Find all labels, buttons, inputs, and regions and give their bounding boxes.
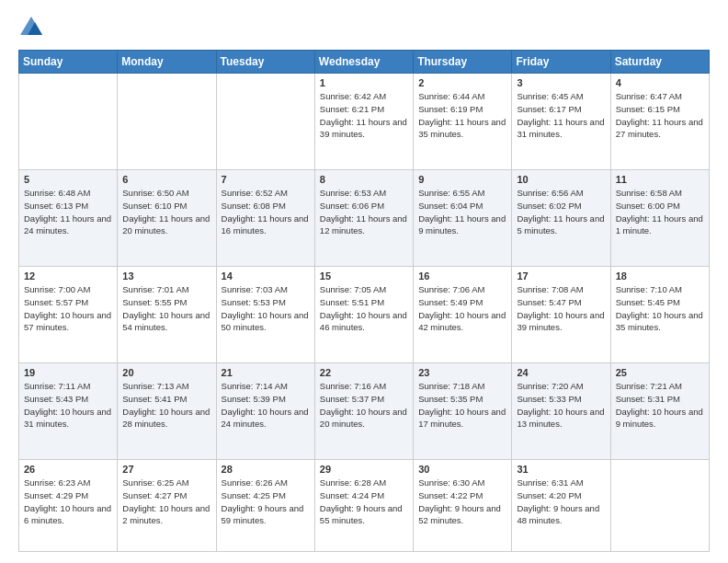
calendar-cell <box>216 74 314 170</box>
calendar-cell: 21Sunrise: 7:14 AM Sunset: 5:39 PM Dayli… <box>216 363 314 460</box>
week-row-5: 26Sunrise: 6:23 AM Sunset: 4:29 PM Dayli… <box>19 460 710 552</box>
calendar-cell: 7Sunrise: 6:52 AM Sunset: 6:08 PM Daylig… <box>216 170 314 267</box>
calendar-cell: 11Sunrise: 6:58 AM Sunset: 6:00 PM Dayli… <box>610 170 709 267</box>
day-info: Sunrise: 7:00 AM Sunset: 5:57 PM Dayligh… <box>24 283 112 334</box>
day-number: 12 <box>24 270 112 282</box>
weekday-header-thursday: Thursday <box>414 51 512 74</box>
day-info: Sunrise: 6:53 AM Sunset: 6:06 PM Dayligh… <box>320 187 408 237</box>
day-number: 7 <box>222 174 310 185</box>
day-number: 15 <box>320 270 408 282</box>
day-number: 4 <box>616 77 704 88</box>
logo-icon <box>18 15 44 40</box>
calendar-cell: 28Sunrise: 6:26 AM Sunset: 4:25 PM Dayli… <box>216 460 314 552</box>
day-number: 17 <box>517 270 605 282</box>
week-row-4: 19Sunrise: 7:11 AM Sunset: 5:43 PM Dayli… <box>19 363 710 460</box>
day-info: Sunrise: 7:05 AM Sunset: 5:51 PM Dayligh… <box>320 283 408 334</box>
day-info: Sunrise: 6:28 AM Sunset: 4:24 PM Dayligh… <box>320 477 408 527</box>
day-number: 5 <box>24 174 112 185</box>
day-number: 18 <box>616 270 704 282</box>
week-row-2: 5Sunrise: 6:48 AM Sunset: 6:13 PM Daylig… <box>19 170 710 267</box>
calendar-cell: 17Sunrise: 7:08 AM Sunset: 5:47 PM Dayli… <box>512 267 610 363</box>
calendar-cell: 12Sunrise: 7:00 AM Sunset: 5:57 PM Dayli… <box>19 267 118 363</box>
day-info: Sunrise: 7:11 AM Sunset: 5:43 PM Dayligh… <box>24 380 112 431</box>
day-info: Sunrise: 6:42 AM Sunset: 6:21 PM Dayligh… <box>320 90 408 141</box>
day-number: 26 <box>24 464 112 475</box>
day-number: 29 <box>320 464 408 475</box>
day-number: 24 <box>517 367 605 378</box>
day-number: 6 <box>122 174 210 185</box>
calendar-cell: 9Sunrise: 6:55 AM Sunset: 6:04 PM Daylig… <box>414 170 512 267</box>
day-info: Sunrise: 7:06 AM Sunset: 5:49 PM Dayligh… <box>418 283 506 334</box>
weekday-header-sunday: Sunday <box>19 51 118 74</box>
day-number: 23 <box>418 367 506 378</box>
calendar-cell: 14Sunrise: 7:03 AM Sunset: 5:53 PM Dayli… <box>216 267 314 363</box>
week-row-3: 12Sunrise: 7:00 AM Sunset: 5:57 PM Dayli… <box>19 267 710 363</box>
calendar-cell: 22Sunrise: 7:16 AM Sunset: 5:37 PM Dayli… <box>314 363 413 460</box>
day-info: Sunrise: 7:13 AM Sunset: 5:41 PM Dayligh… <box>122 380 210 431</box>
day-number: 25 <box>616 367 704 378</box>
calendar-cell: 19Sunrise: 7:11 AM Sunset: 5:43 PM Dayli… <box>19 363 118 460</box>
weekday-header-row: SundayMondayTuesdayWednesdayThursdayFrid… <box>19 51 710 74</box>
calendar-cell: 8Sunrise: 6:53 AM Sunset: 6:06 PM Daylig… <box>314 170 413 267</box>
calendar-cell: 2Sunrise: 6:44 AM Sunset: 6:19 PM Daylig… <box>414 74 512 170</box>
day-info: Sunrise: 6:55 AM Sunset: 6:04 PM Dayligh… <box>418 187 506 237</box>
calendar-cell: 6Sunrise: 6:50 AM Sunset: 6:10 PM Daylig… <box>118 170 216 267</box>
calendar-cell <box>118 74 216 170</box>
calendar-cell: 15Sunrise: 7:05 AM Sunset: 5:51 PM Dayli… <box>314 267 413 363</box>
calendar-table: SundayMondayTuesdayWednesdayThursdayFrid… <box>18 50 710 552</box>
weekday-header-tuesday: Tuesday <box>216 51 314 74</box>
day-info: Sunrise: 6:44 AM Sunset: 6:19 PM Dayligh… <box>418 90 506 141</box>
calendar-cell: 3Sunrise: 6:45 AM Sunset: 6:17 PM Daylig… <box>512 74 610 170</box>
logo <box>18 15 48 40</box>
calendar-cell: 23Sunrise: 7:18 AM Sunset: 5:35 PM Dayli… <box>414 363 512 460</box>
day-info: Sunrise: 6:48 AM Sunset: 6:13 PM Dayligh… <box>24 187 112 237</box>
calendar-cell: 27Sunrise: 6:25 AM Sunset: 4:27 PM Dayli… <box>118 460 216 552</box>
day-info: Sunrise: 6:50 AM Sunset: 6:10 PM Dayligh… <box>122 187 210 237</box>
calendar-cell: 31Sunrise: 6:31 AM Sunset: 4:20 PM Dayli… <box>512 460 610 552</box>
day-number: 19 <box>24 367 112 378</box>
calendar-cell: 18Sunrise: 7:10 AM Sunset: 5:45 PM Dayli… <box>610 267 709 363</box>
day-info: Sunrise: 6:25 AM Sunset: 4:27 PM Dayligh… <box>122 477 210 527</box>
day-info: Sunrise: 6:45 AM Sunset: 6:17 PM Dayligh… <box>517 90 605 141</box>
day-info: Sunrise: 6:26 AM Sunset: 4:25 PM Dayligh… <box>222 477 310 527</box>
calendar-cell: 25Sunrise: 7:21 AM Sunset: 5:31 PM Dayli… <box>610 363 709 460</box>
day-number: 11 <box>616 174 704 185</box>
day-info: Sunrise: 6:52 AM Sunset: 6:08 PM Dayligh… <box>222 187 310 237</box>
day-number: 16 <box>418 270 506 282</box>
calendar-cell: 29Sunrise: 6:28 AM Sunset: 4:24 PM Dayli… <box>314 460 413 552</box>
day-number: 20 <box>122 367 210 378</box>
day-number: 2 <box>418 77 506 88</box>
day-info: Sunrise: 7:01 AM Sunset: 5:55 PM Dayligh… <box>122 283 210 334</box>
day-info: Sunrise: 6:47 AM Sunset: 6:15 PM Dayligh… <box>616 90 704 141</box>
calendar-cell: 13Sunrise: 7:01 AM Sunset: 5:55 PM Dayli… <box>118 267 216 363</box>
calendar-cell: 10Sunrise: 6:56 AM Sunset: 6:02 PM Dayli… <box>512 170 610 267</box>
weekday-header-monday: Monday <box>118 51 216 74</box>
week-row-1: 1Sunrise: 6:42 AM Sunset: 6:21 PM Daylig… <box>19 74 710 170</box>
day-number: 1 <box>320 77 408 88</box>
day-info: Sunrise: 7:14 AM Sunset: 5:39 PM Dayligh… <box>222 380 310 431</box>
day-info: Sunrise: 6:31 AM Sunset: 4:20 PM Dayligh… <box>517 477 605 527</box>
calendar-cell: 26Sunrise: 6:23 AM Sunset: 4:29 PM Dayli… <box>19 460 118 552</box>
day-info: Sunrise: 7:20 AM Sunset: 5:33 PM Dayligh… <box>517 380 605 431</box>
day-info: Sunrise: 6:58 AM Sunset: 6:00 PM Dayligh… <box>616 187 704 237</box>
day-number: 28 <box>222 464 310 475</box>
day-number: 21 <box>222 367 310 378</box>
day-number: 10 <box>517 174 605 185</box>
day-info: Sunrise: 7:10 AM Sunset: 5:45 PM Dayligh… <box>616 283 704 334</box>
calendar-cell <box>19 74 118 170</box>
calendar-cell: 16Sunrise: 7:06 AM Sunset: 5:49 PM Dayli… <box>414 267 512 363</box>
day-number: 27 <box>122 464 210 475</box>
day-number: 30 <box>418 464 506 475</box>
calendar-cell: 20Sunrise: 7:13 AM Sunset: 5:41 PM Dayli… <box>118 363 216 460</box>
weekday-header-friday: Friday <box>512 51 610 74</box>
weekday-header-saturday: Saturday <box>610 51 709 74</box>
day-info: Sunrise: 6:30 AM Sunset: 4:22 PM Dayligh… <box>418 477 506 527</box>
calendar-cell <box>610 460 709 552</box>
day-number: 14 <box>222 270 310 282</box>
day-info: Sunrise: 7:16 AM Sunset: 5:37 PM Dayligh… <box>320 380 408 431</box>
calendar-cell: 30Sunrise: 6:30 AM Sunset: 4:22 PM Dayli… <box>414 460 512 552</box>
day-info: Sunrise: 7:08 AM Sunset: 5:47 PM Dayligh… <box>517 283 605 334</box>
day-info: Sunrise: 6:56 AM Sunset: 6:02 PM Dayligh… <box>517 187 605 237</box>
weekday-header-wednesday: Wednesday <box>314 51 413 74</box>
page: SundayMondayTuesdayWednesdayThursdayFrid… <box>0 0 728 563</box>
